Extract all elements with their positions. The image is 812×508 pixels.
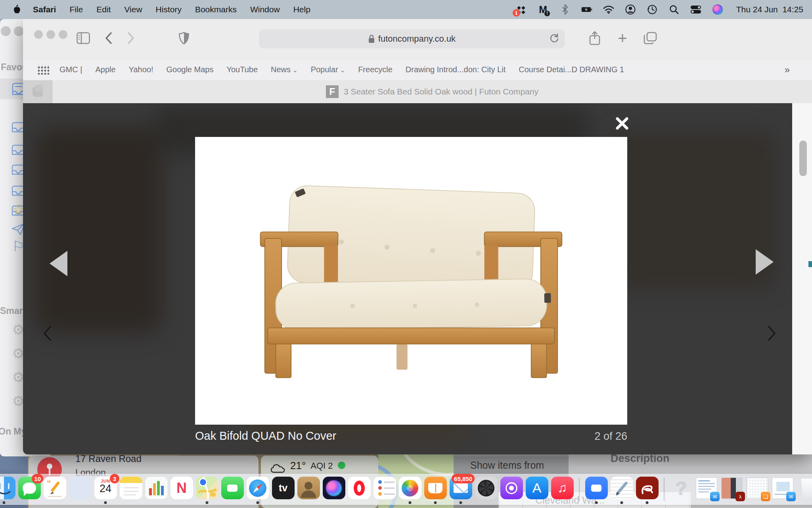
dock: 10 “ JUN 24 3 [0,474,812,505]
dock-music[interactable]: ♫ [551,474,574,505]
dock-zoom[interactable] [585,474,608,505]
dock-contacts[interactable] [297,474,320,505]
back-button[interactable] [101,30,117,46]
page-edge-fragment [808,261,812,267]
menu-item-view[interactable]: View [117,0,149,19]
siri-menu-icon[interactable] [712,4,723,15]
music-note-icon: ♫ [557,481,567,495]
aperture-lens-icon [478,480,494,496]
show-items-from-label: Show items from [470,460,569,471]
active-tab[interactable]: F 3 Seater Sofa Bed Solid Oak wood | Fut… [52,80,812,103]
dropbox-menu-icon[interactable]: ◆◆◆◆ 1 [516,4,527,15]
dock-books[interactable] [424,474,447,505]
dock-numbers[interactable] [145,474,168,505]
dock-siri[interactable] [322,474,345,505]
zoom-camera-icon [591,485,601,492]
dock-textedit[interactable] [610,474,633,505]
tab-overview-button[interactable] [642,30,658,46]
dock-app-store[interactable]: A [525,474,548,505]
battery-charging-menu-icon[interactable] [581,4,592,15]
zoom-window-button[interactable] [59,30,67,39]
user-account-menu-icon[interactable] [625,4,636,15]
wifi-menu-icon[interactable] [603,4,614,15]
address-bar[interactable]: futoncompany.co.uk [259,29,565,48]
dock-minimized-document-window[interactable]: ✉ [771,474,794,505]
minimize-window-button[interactable] [46,30,55,39]
dock-reminders[interactable] [373,474,396,505]
m-app-menu-icon[interactable]: M! [538,4,549,15]
bookmarks-overflow-button[interactable]: » [785,64,790,75]
lightbox-next-arrow[interactable] [756,249,774,275]
scrollbar-thumb[interactable] [799,140,807,176]
apple-menu-icon[interactable] [12,4,21,15]
carousel-next-chevron[interactable] [767,325,776,342]
dock-facetime[interactable] [221,474,244,505]
bookmark-item[interactable]: Google Maps [166,65,213,74]
menu-item-file[interactable]: File [63,0,90,19]
dock-minimized-pdf-window[interactable]: λ [720,474,743,505]
bookmark-item[interactable]: GMC | [59,65,82,74]
forward-button[interactable] [123,30,139,46]
dock-photos[interactable] [398,474,421,505]
textedit-pen-icon [615,481,628,495]
dock-launchpad[interactable] [69,474,92,505]
bookmark-folder[interactable]: News⌄ [271,65,298,74]
pinned-tab[interactable] [23,80,52,103]
dock-calendar[interactable]: JUN 24 3 [94,474,117,505]
time-machine-menu-icon[interactable] [647,4,658,15]
acrobat-mini-badge: λ [735,492,745,501]
opera-ring-icon [354,481,365,496]
bookmark-item[interactable]: Drawing Introd...don: City Lit [406,65,506,74]
bookmark-item[interactable]: Yahoo! [129,65,153,74]
spotlight-search-icon[interactable] [668,4,680,15]
control-center-icon[interactable] [690,4,701,15]
bluetooth-menu-icon[interactable] [559,4,571,15]
dock-finder[interactable] [0,474,15,505]
menu-item-bookmarks[interactable]: Bookmarks [188,0,243,19]
dock-news[interactable]: N [170,474,193,505]
new-tab-button[interactable]: + [615,30,630,46]
menu-item-help[interactable]: Help [287,0,317,19]
bookmark-item[interactable]: YouTube [226,65,258,74]
menu-item-history[interactable]: History [149,0,188,19]
bookmark-item[interactable]: Freecycle [358,65,393,74]
lightbox-prev-arrow[interactable] [50,251,67,276]
menu-item-edit[interactable]: Edit [90,0,117,19]
dock-pages[interactable]: “ [43,474,66,505]
lightbox-close-button[interactable] [613,114,631,133]
close-window-button[interactable] [34,30,43,39]
sidebar-toggle-button[interactable] [75,30,91,46]
safari-window: futoncompany.co.uk + GMC | Apple Yahoo! … [23,19,812,454]
dock-safari[interactable] [246,474,269,505]
dock-acrobat[interactable] [636,474,659,505]
privacy-shield-icon[interactable] [176,30,192,46]
share-button[interactable] [587,30,603,46]
bookmark-item[interactable]: Course Detai...D DRAWING 1 [519,65,624,74]
dock-divider [664,478,665,501]
dock-unknown-app[interactable]: ? [670,474,693,505]
bookmark-item[interactable]: Apple [95,65,115,74]
dock-aperture-app[interactable] [475,474,498,505]
menu-item-safari[interactable]: Safari [26,0,63,19]
dock-podcasts[interactable] [500,474,523,505]
desktop: Safari File Edit View History Bookmarks … [0,0,812,508]
tv-label: tv [279,482,287,494]
dock-messages[interactable]: 10 [18,474,41,505]
carousel-prev-chevron[interactable] [43,325,52,342]
photos-flower-icon [402,480,418,496]
bookmark-folder[interactable]: Popular⌄ [311,65,345,74]
dock-opera[interactable] [348,474,371,505]
menu-item-window[interactable]: Window [243,0,287,19]
dock-apple-tv[interactable]: tv [272,474,295,505]
frequently-visited-grid-icon[interactable] [37,65,49,75]
chevron-down-icon: ⌄ [293,67,298,74]
dock-minimized-spreadsheet-window[interactable]: ❏ [746,474,769,505]
dock-trash[interactable] [797,474,812,505]
dock-maps[interactable] [195,474,218,505]
menu-clock[interactable]: Thu 24 Jun 14:25 [736,5,803,14]
dock-minimized-mail-window[interactable]: ✉ [695,474,718,505]
dock-mail[interactable]: 65,850 [449,474,472,505]
reload-button[interactable] [549,33,559,46]
dock-notes[interactable] [119,474,142,505]
dock-divider [579,478,580,501]
